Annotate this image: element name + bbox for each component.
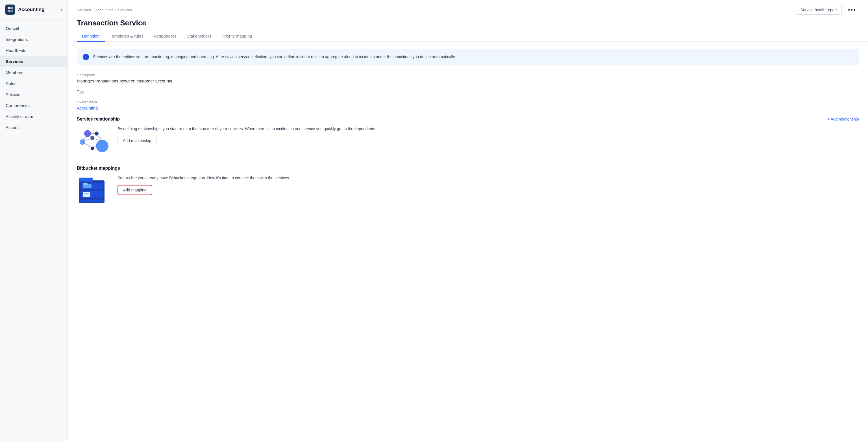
info-icon: i — [83, 54, 89, 60]
service-relationship-title: Service relationship — [77, 117, 120, 122]
svg-rect-28 — [81, 199, 103, 202]
bitbucket-description: Seems like you already have Bitbucket in… — [118, 175, 859, 181]
add-relationship-link[interactable]: + Add relationship — [827, 117, 859, 121]
sidebar-item-members[interactable]: Members — [0, 67, 67, 78]
owner-team-value[interactable]: Accounting — [77, 105, 859, 111]
svg-point-15 — [80, 139, 85, 145]
svg-point-14 — [84, 130, 91, 137]
content-area: i Services are the entities you are moni… — [68, 42, 868, 441]
svg-rect-2 — [8, 10, 10, 12]
bitbucket-card: Seems like you already have Bitbucket in… — [77, 175, 859, 209]
tabs: Definition Templates & rules Responders … — [68, 31, 868, 42]
add-relationship-button[interactable]: Add relationship — [118, 136, 156, 146]
relationship-card: By defining relationships, you start to … — [77, 126, 859, 157]
sidebar-header[interactable]: Accounting ▾ — [0, 0, 67, 20]
svg-rect-22 — [83, 184, 92, 188]
svg-point-17 — [90, 136, 94, 140]
svg-point-16 — [95, 132, 99, 135]
tab-stakeholders[interactable]: Stakeholders — [182, 31, 217, 42]
svg-point-18 — [91, 147, 94, 150]
service-health-button[interactable]: Service health report — [796, 5, 842, 15]
owner-team-label: Owner team — [77, 100, 859, 104]
sidebar-item-policies[interactable]: Policies — [0, 89, 67, 100]
sidebar: Accounting ▾ On-call Integrations Heartb… — [0, 0, 68, 441]
sidebar-item-integrations[interactable]: Integrations — [0, 34, 67, 45]
tags-field: Tags — [77, 90, 859, 94]
description-value: Manages transactions between customer ac… — [77, 78, 859, 83]
svg-rect-26 — [84, 193, 89, 194]
sidebar-nav: On-call Integrations Heartbeats Services… — [0, 20, 67, 136]
svg-rect-1 — [10, 7, 13, 9]
bitbucket-section: Bitbucket mappings — [77, 166, 859, 209]
topbar-actions: Service health report ••• — [796, 4, 859, 15]
breadcrumb: Services / Accounting / Services — [77, 8, 132, 12]
breadcrumb-sep-1: / — [93, 8, 94, 12]
sidebar-logo — [5, 4, 15, 15]
tab-definition[interactable]: Definition — [77, 31, 105, 42]
service-relationship-section: Service relationship + Add relationship — [77, 117, 859, 157]
tab-templates-rules[interactable]: Templates & rules — [105, 31, 149, 42]
chevron-down-icon: ▾ — [61, 8, 62, 11]
main-content: Services / Accounting / Services Service… — [68, 0, 868, 441]
info-banner-text: Services are the entities you are monito… — [93, 54, 456, 60]
breadcrumb-services[interactable]: Services — [77, 8, 91, 12]
service-relationship-header: Service relationship + Add relationship — [77, 117, 859, 122]
bitbucket-folder-icon — [77, 175, 108, 206]
svg-point-13 — [96, 140, 108, 152]
sidebar-item-heartbeats[interactable]: Heartbeats — [0, 45, 67, 56]
bitbucket-header: Bitbucket mappings — [77, 166, 859, 171]
relationship-illustration — [77, 126, 111, 157]
svg-rect-27 — [84, 194, 88, 195]
sidebar-item-actions[interactable]: Actions — [0, 122, 67, 133]
description-label: Description — [77, 73, 859, 77]
network-graph-icon — [77, 126, 111, 157]
sidebar-org-name: Accounting — [18, 7, 58, 12]
sidebar-item-on-call[interactable]: On-call — [0, 23, 67, 34]
tags-label: Tags — [77, 90, 859, 94]
svg-rect-20 — [79, 178, 93, 182]
description-field: Description Manages transactions between… — [77, 73, 859, 83]
more-options-button[interactable]: ••• — [845, 4, 859, 15]
breadcrumb-sep-2: / — [115, 8, 116, 12]
bitbucket-illustration — [77, 175, 111, 209]
sidebar-item-services[interactable]: Services — [0, 56, 67, 67]
relationship-content: By defining relationships, you start to … — [118, 126, 859, 146]
sidebar-item-roles[interactable]: Roles — [0, 78, 67, 89]
sidebar-item-conferences[interactable]: Conferences — [0, 100, 67, 111]
tab-responders[interactable]: Responders — [149, 31, 182, 42]
breadcrumb-services-2[interactable]: Services — [118, 8, 132, 12]
info-banner: i Services are the entities you are moni… — [77, 49, 859, 65]
svg-rect-23 — [83, 183, 88, 185]
add-mapping-button[interactable]: Add mapping — [118, 185, 152, 195]
sidebar-item-activity-stream[interactable]: Activity stream — [0, 111, 67, 122]
page-title: Transaction Service — [68, 18, 868, 31]
bitbucket-content: Seems like you already have Bitbucket in… — [118, 175, 859, 195]
bitbucket-title: Bitbucket mappings — [77, 166, 120, 171]
owner-team-field: Owner team Accounting — [77, 100, 859, 111]
breadcrumb-accounting[interactable]: Accounting — [95, 8, 113, 12]
svg-rect-0 — [8, 7, 10, 9]
svg-rect-3 — [10, 10, 13, 12]
relationship-description: By defining relationships, you start to … — [118, 126, 859, 132]
tab-priority-mapping[interactable]: Priority mapping — [216, 31, 257, 42]
topbar: Services / Accounting / Services Service… — [68, 0, 868, 18]
